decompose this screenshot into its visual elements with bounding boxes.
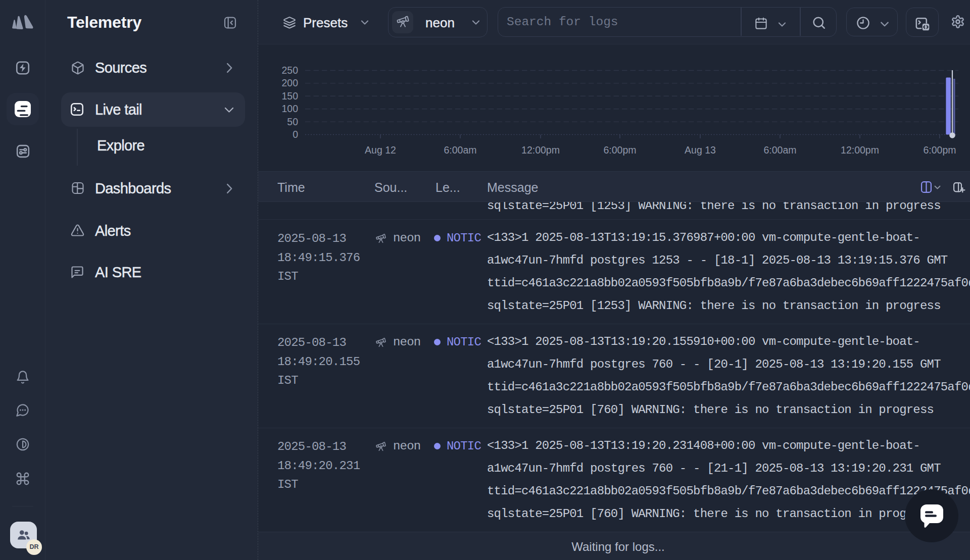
svg-text:250: 250 xyxy=(281,65,298,76)
svg-text:6:00pm: 6:00pm xyxy=(923,144,956,156)
svg-text:200: 200 xyxy=(281,77,298,88)
svg-text:0: 0 xyxy=(293,129,298,140)
svg-text:50: 50 xyxy=(287,116,298,127)
svg-text:150: 150 xyxy=(281,90,298,101)
svg-text:12:00pm: 12:00pm xyxy=(841,144,879,156)
svg-text:6:00pm: 6:00pm xyxy=(603,144,636,156)
svg-text:6:00am: 6:00am xyxy=(444,144,476,156)
svg-text:Aug 13: Aug 13 xyxy=(685,144,716,156)
svg-text:Aug 12: Aug 12 xyxy=(365,144,396,156)
svg-text:100: 100 xyxy=(281,103,298,114)
svg-text:6:00am: 6:00am xyxy=(763,144,796,156)
svg-text:12:00pm: 12:00pm xyxy=(521,144,560,156)
